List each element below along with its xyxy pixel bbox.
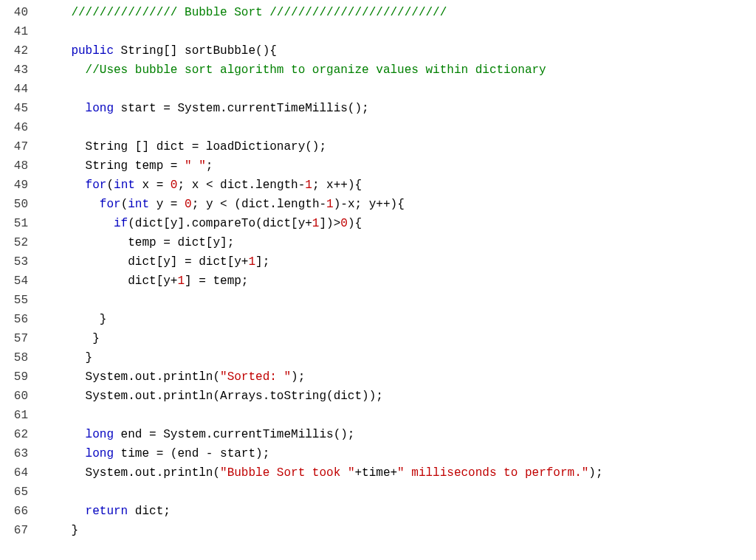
code-line: /////////////// Bubble Sort ////////////…: [43, 3, 603, 22]
code-line: dict[y+1] = temp;: [43, 272, 603, 291]
line-number: 51: [4, 214, 28, 233]
line-number: 60: [4, 387, 28, 406]
code-editor: 4041424344454647484950515253545556575859…: [0, 0, 756, 543]
line-number: 59: [4, 367, 28, 387]
code-line: String temp = " ";: [43, 156, 603, 176]
line-number: 52: [4, 233, 28, 252]
code-line: [43, 406, 603, 425]
line-number: 61: [4, 406, 28, 425]
line-number: 64: [4, 463, 28, 483]
code-line: [43, 22, 603, 41]
code-line: System.out.println("Bubble Sort took "+t…: [43, 463, 603, 483]
line-number: 53: [4, 252, 28, 272]
line-number: 42: [4, 41, 28, 61]
line-number: 54: [4, 272, 28, 291]
code-line: public String[] sortBubble(){: [43, 41, 603, 61]
line-number: 58: [4, 348, 28, 367]
code-line: }: [43, 329, 603, 348]
line-number: 43: [4, 61, 28, 80]
code-line: }: [43, 521, 603, 540]
line-number: 57: [4, 329, 28, 348]
code-line: [43, 80, 603, 99]
code-line: //Uses bubble sort algorithm to organize…: [43, 61, 603, 80]
code-line: for(int y = 0; y < (dict.length-1)-x; y+…: [43, 195, 603, 214]
line-number: 63: [4, 444, 28, 463]
code-line: [43, 118, 603, 137]
code-line: long start = System.currentTimeMillis();: [43, 99, 603, 118]
code-line: }: [43, 310, 603, 329]
code-content: /////////////// Bubble Sort ////////////…: [37, 0, 609, 543]
code-line: [43, 483, 603, 502]
line-number: 66: [4, 502, 28, 521]
code-line: dict[y] = dict[y+1];: [43, 252, 603, 272]
line-number: 56: [4, 310, 28, 329]
line-number: 40: [4, 3, 28, 22]
line-number: 48: [4, 156, 28, 176]
line-number: 65: [4, 483, 28, 502]
line-number: 55: [4, 291, 28, 310]
code-line: return dict;: [43, 502, 603, 521]
code-line: long time = (end - start);: [43, 444, 603, 463]
line-number: 62: [4, 425, 28, 444]
code-line: temp = dict[y];: [43, 233, 603, 252]
code-line: long end = System.currentTimeMillis();: [43, 425, 603, 444]
line-number: 67: [4, 521, 28, 540]
line-number: 45: [4, 99, 28, 118]
code-line: [43, 291, 603, 310]
line-number: 44: [4, 80, 28, 99]
code-line: System.out.println("Sorted: ");: [43, 367, 603, 387]
code-line: System.out.println(Arrays.toString(dict)…: [43, 387, 603, 406]
code-line: if(dict[y].compareTo(dict[y+1])>0){: [43, 214, 603, 233]
line-number: 49: [4, 176, 28, 195]
code-line: String [] dict = loadDictionary();: [43, 137, 603, 156]
code-line: }: [43, 348, 603, 367]
line-number-gutter: 4041424344454647484950515253545556575859…: [0, 0, 37, 543]
line-number: 41: [4, 22, 28, 41]
line-number: 47: [4, 137, 28, 156]
line-number: 46: [4, 118, 28, 137]
code-line: for(int x = 0; x < dict.length-1; x++){: [43, 176, 603, 195]
line-number: 50: [4, 195, 28, 214]
